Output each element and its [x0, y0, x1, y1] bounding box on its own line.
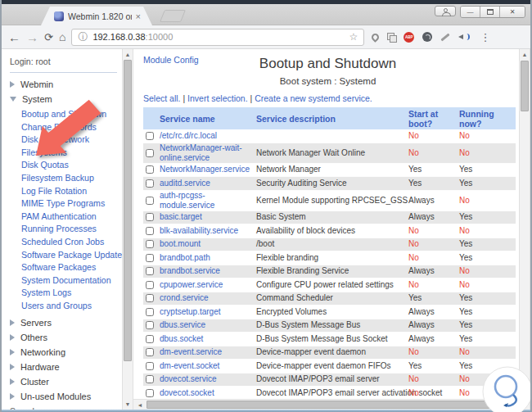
sidebar-item-users-and-groups[interactable]: Users and Groups	[21, 300, 119, 313]
service-name-link[interactable]: blk-availability.service	[160, 226, 256, 236]
bookmark-star-icon[interactable]: ☆	[349, 31, 358, 43]
service-name-link[interactable]: auth-rpcgss-module.service	[160, 191, 256, 211]
volume-extension-icon[interactable]	[458, 32, 470, 42]
sidebar-category-others[interactable]: Others	[10, 333, 119, 342]
service-name-link[interactable]: boot.mount	[160, 239, 256, 249]
adblock-extension-icon[interactable]: ABP	[404, 32, 414, 43]
page-scroll-thumb[interactable]	[521, 61, 529, 111]
service-checkbox[interactable]	[146, 132, 154, 140]
sidebar-item-mime-type-programs[interactable]: MIME Type Programs	[21, 197, 119, 211]
maximize-button[interactable]	[480, 7, 500, 17]
sidebar-item-disk-quotas[interactable]: Disk Quotas	[21, 159, 119, 172]
service-checkbox[interactable]	[146, 240, 154, 248]
action-link-invert-selection[interactable]: Invert selection.	[187, 93, 248, 103]
sidebar-item-log-file-rotation[interactable]: Log File Rotation	[21, 185, 119, 198]
action-link-create-a-new-systemd-service[interactable]: Create a new systemd service.	[255, 93, 372, 103]
sidebar-item-pam-authentication[interactable]: PAM Authentication	[21, 211, 119, 224]
sidebar-scroll-thumb[interactable]	[124, 60, 132, 361]
extension-lamp-icon[interactable]	[371, 32, 381, 43]
service-checkbox[interactable]	[146, 197, 154, 205]
login-label: Login: root	[10, 57, 119, 66]
service-name-link[interactable]: dovecot.service	[160, 374, 256, 384]
service-checkbox[interactable]	[146, 348, 154, 356]
new-tab-button[interactable]	[160, 10, 186, 22]
reload-button[interactable]: ⟳	[44, 32, 53, 43]
sidebar-item-filesystems[interactable]: Filesystems	[21, 147, 119, 160]
sidebar-item-system-documentation[interactable]: System Documentation	[21, 274, 119, 287]
sidebar-item-change-passwords[interactable]: Change Passwords	[21, 121, 119, 134]
service-name-link[interactable]: dbus.service	[160, 320, 256, 330]
sidebar-category-networking[interactable]: Networking	[10, 347, 119, 357]
service-name-link[interactable]: basic.target	[160, 212, 256, 222]
service-name-link[interactable]: brandbot.service	[160, 266, 256, 276]
service-checkbox[interactable]	[146, 179, 154, 188]
service-name-link[interactable]: NetworkManager.service	[160, 165, 256, 174]
browser-tab[interactable]: Webmin 1.820 on localh ×	[41, 7, 152, 25]
sidebar-item-software-packages[interactable]: Software Packages	[21, 261, 119, 274]
back-button[interactable]: ←	[8, 31, 20, 43]
service-checkbox[interactable]	[146, 281, 154, 289]
service-checkbox[interactable]	[146, 389, 154, 397]
scroll-down-icon[interactable]: ▼	[520, 378, 530, 388]
sidebar-item-running-processes[interactable]: Running Processes	[21, 223, 119, 236]
service-name-link[interactable]: /etc/rc.d/rc.local	[160, 131, 256, 141]
service-checkbox[interactable]	[146, 267, 154, 275]
horizontal-scrollbar[interactable]: ◄	[133, 399, 519, 410]
service-checkbox[interactable]	[146, 149, 154, 157]
service-name-link[interactable]: cryptsetup.target	[160, 307, 256, 317]
service-name-link[interactable]: brandbot.path	[160, 253, 256, 263]
module-config-link[interactable]: Module Config	[143, 55, 199, 65]
service-checkbox[interactable]	[146, 254, 154, 262]
forward-button[interactable]: →	[26, 31, 38, 43]
tab-close-icon[interactable]: ×	[136, 12, 141, 20]
sidebar-item-scheduled-cron-jobs[interactable]: Scheduled Cron Jobs	[21, 236, 119, 249]
address-bar[interactable]: ⓘ 192.168.0.38:10000 ☆	[71, 29, 364, 46]
minimize-button[interactable]: —	[461, 7, 480, 17]
scroll-up-icon[interactable]: ▲	[123, 49, 133, 60]
sidebar-item-software-package-updates[interactable]: Software Package Updates	[21, 249, 119, 262]
service-name-link[interactable]: dm-event.service	[160, 347, 256, 357]
extension-windows-icon[interactable]	[387, 33, 395, 41]
horizontal-scroll-thumb[interactable]	[147, 401, 507, 409]
scroll-up-icon[interactable]: ▲	[520, 49, 530, 60]
service-checkbox[interactable]	[146, 227, 154, 235]
service-checkbox[interactable]	[146, 308, 154, 316]
profile-button[interactable]	[435, 6, 456, 16]
service-checkbox[interactable]	[146, 375, 154, 383]
sidebar-category-hardware[interactable]: Hardware	[10, 362, 119, 372]
sidebar-category-servers[interactable]: Servers	[10, 318, 119, 328]
close-window-button[interactable]: ✕	[500, 7, 525, 17]
home-button[interactable]: ⌂	[59, 31, 65, 43]
sidebar-category-un-used-modules[interactable]: Un-used Modules	[10, 392, 119, 401]
service-name-link[interactable]: cpupower.service	[160, 280, 256, 290]
service-checkbox[interactable]	[146, 335, 154, 343]
service-name-link[interactable]: dbus.socket	[160, 334, 256, 344]
sidebar-item-filesystem-backup[interactable]: Filesystem Backup	[21, 172, 119, 185]
sidebar-item-disk-and-network[interactable]: Disk and Network	[21, 134, 119, 147]
sidebar-category-system[interactable]: System	[10, 94, 119, 104]
sidebar-item-system-logs[interactable]: System Logs	[21, 287, 119, 300]
scroll-left-icon[interactable]: ◄	[135, 400, 145, 410]
sidebar-item-bootup-and-shutdown[interactable]: Bootup and Shutdown	[21, 108, 119, 121]
url-text[interactable]: 192.168.0.38:10000	[92, 32, 173, 42]
browser-menu-icon[interactable]: ⋮	[478, 32, 490, 43]
service-checkbox[interactable]	[146, 165, 154, 174]
service-checkbox[interactable]	[146, 321, 154, 329]
scroll-down-icon[interactable]: ▼	[123, 399, 133, 410]
sidebar-scrollbar[interactable]: ▲ ▼	[122, 49, 133, 410]
service-checkbox[interactable]	[146, 213, 154, 221]
info-icon[interactable]: ⓘ	[78, 32, 88, 42]
extension-pencil-icon[interactable]	[441, 33, 450, 41]
service-name-link[interactable]: crond.service	[160, 293, 256, 303]
action-link-select-all[interactable]: Select all.	[143, 93, 181, 103]
sidebar-category-cluster[interactable]: Cluster	[10, 377, 119, 387]
service-checkbox[interactable]	[146, 362, 154, 370]
service-name-link[interactable]: NetworkManager-wait-online.service	[160, 143, 256, 163]
page-scrollbar[interactable]: ▲ ▼	[519, 49, 530, 410]
sidebar-category-webmin[interactable]: Webmin	[10, 79, 119, 89]
service-name-link[interactable]: dm-event.socket	[160, 361, 256, 371]
extension-dark-circle-icon[interactable]	[422, 32, 432, 42]
service-checkbox[interactable]	[146, 294, 154, 302]
service-name-link[interactable]: dovecot.socket	[160, 388, 256, 398]
service-name-link[interactable]: auditd.service	[160, 179, 256, 188]
